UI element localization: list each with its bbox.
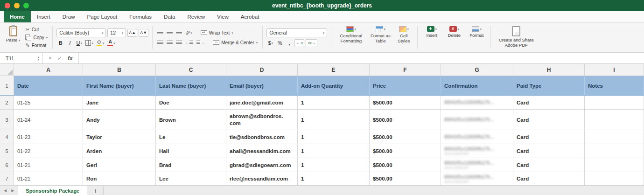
cell[interactable]: Le (156, 130, 226, 144)
header-cell-first-name[interactable]: First Name (buyer) (83, 76, 156, 95)
cell[interactable]: Card (513, 158, 585, 172)
cell[interactable]: ahall@nessandkim.com (226, 144, 298, 158)
underline-button[interactable]: U▾ (75, 39, 83, 47)
cell[interactable]: tle@sdbondbros.com (226, 130, 298, 144)
cell[interactable]: $500.00 (370, 158, 441, 172)
wrap-text-button[interactable]: ↩Wrap Text▾ (200, 29, 234, 36)
italic-button[interactable]: I (66, 39, 74, 47)
cell[interactable]: rlee@nessandkim.com (226, 172, 298, 185)
formula-input[interactable] (79, 53, 644, 63)
cell[interactable]: 1 (298, 130, 370, 144)
header-cell-paid-type[interactable]: Paid Type (513, 76, 585, 95)
cell[interactable]: Doe (156, 96, 226, 109)
cut-button[interactable]: ✂Cut (24, 26, 49, 33)
conditional-formatting-button[interactable]: ▾ Conditional Formatting (335, 25, 367, 50)
cell[interactable]: 89041ff1e12650ffb179…a9d31c6082b35f9 (441, 172, 513, 185)
currency-format-button[interactable]: $▾ (266, 39, 274, 47)
cell[interactable]: $500.00 (370, 172, 441, 185)
name-box[interactable]: T11 ▲▼ (0, 53, 43, 63)
align-top-button[interactable] (156, 29, 164, 37)
cell[interactable]: Brad (156, 158, 226, 172)
column-header-a[interactable]: A (14, 64, 83, 76)
row-header[interactable]: 6 (0, 158, 14, 172)
tab-home[interactable]: Home (4, 11, 31, 22)
header-cell-email[interactable]: Email (buyer) (226, 76, 298, 95)
cell-styles-button[interactable]: ▾ Cell Styles (394, 25, 413, 50)
row-header[interactable]: 7 (0, 172, 14, 185)
font-color-button[interactable]: A▾ (106, 39, 116, 47)
font-family-select[interactable]: Calibri (Body)▾ (56, 28, 106, 37)
cell[interactable]: 89041ff1e12650ffb179…a9d31c6082b35f9 (441, 158, 513, 172)
cell[interactable] (585, 172, 644, 185)
tab-insert[interactable]: Insert (31, 11, 56, 22)
align-left-button[interactable] (156, 39, 164, 47)
tab-data[interactable]: Data (158, 11, 181, 22)
cell[interactable]: Card (513, 96, 585, 109)
cell[interactable]: $500.00 (370, 96, 441, 109)
comma-format-button[interactable]: , (285, 39, 293, 47)
cell[interactable]: Lee (156, 172, 226, 185)
cell[interactable]: Card (513, 144, 585, 158)
cell[interactable]: Jane (83, 96, 156, 109)
cell[interactable]: 01-23 (14, 130, 83, 144)
number-format-select[interactable]: General▾ (266, 28, 327, 37)
insert-function-button[interactable]: fx (68, 55, 73, 62)
cell[interactable]: 89041ff1e12650ffb179…a9d31c6082b35f9 (441, 144, 513, 158)
percent-format-button[interactable]: % (276, 39, 284, 47)
format-painter-button[interactable]: ✎Format (24, 42, 49, 49)
cell[interactable]: 01-22 (14, 144, 83, 158)
cell[interactable]: 89041ff1e12650ffb179… (441, 96, 513, 109)
cell[interactable]: abrown@sdbondros.com (226, 110, 298, 130)
cell[interactable] (585, 96, 644, 109)
insert-cells-button[interactable]: ▾ Insert (421, 25, 442, 50)
increase-indent-button[interactable]: → (196, 39, 205, 47)
cell[interactable]: jane.doe@gmail.com (226, 96, 298, 109)
cell[interactable]: 01-24 (14, 110, 83, 130)
paste-button[interactable]: Paste ▾ (5, 25, 21, 50)
row-header[interactable]: 4 (0, 130, 14, 144)
header-cell-price[interactable]: Price (370, 76, 441, 95)
row-header[interactable]: 2 (0, 96, 14, 109)
orientation-button[interactable]: ab▾ (184, 29, 193, 37)
cell[interactable]: Card (513, 172, 585, 185)
column-header-h[interactable]: H (513, 64, 585, 76)
row-header[interactable]: 1 (0, 76, 14, 95)
cell[interactable]: gbrad@sdiegoearn.com (226, 158, 298, 172)
font-size-select[interactable]: 12▾ (107, 28, 126, 37)
cell[interactable]: 01-21 (14, 158, 83, 172)
header-cell-last-name[interactable]: Last Name (buyer) (156, 76, 226, 95)
header-cell-date[interactable]: Date (14, 76, 83, 95)
column-header-f[interactable]: F (370, 64, 441, 76)
cell[interactable]: $500.00 (370, 144, 441, 158)
header-cell-addon-quantity[interactable]: Add-on Quantity (298, 76, 370, 95)
row-header[interactable]: 3 (0, 110, 14, 130)
align-right-button[interactable] (175, 39, 183, 47)
header-cell-confirmation[interactable]: Confirmation (441, 76, 513, 95)
align-bottom-button[interactable] (175, 29, 183, 37)
cell[interactable]: Ron (83, 172, 156, 185)
name-box-stepper[interactable]: ▲▼ (37, 56, 40, 61)
cell[interactable]: 01-21 (14, 172, 83, 185)
tab-formulas[interactable]: Formulas (123, 11, 158, 22)
column-header-c[interactable]: C (156, 64, 226, 76)
sheet-nav-right-icon[interactable]: ▶ (11, 188, 14, 193)
cell[interactable] (585, 110, 644, 130)
grow-font-button[interactable]: A▲ (127, 29, 137, 37)
copy-button[interactable]: Copy▾ (24, 34, 49, 41)
create-share-pdf-button[interactable]: Create and Share Adobe PDF (495, 25, 538, 50)
align-center-button[interactable] (166, 39, 174, 47)
cell[interactable]: 1 (298, 110, 370, 130)
cell[interactable]: $500.00 (370, 130, 441, 144)
cell[interactable] (585, 144, 644, 158)
column-header-b[interactable]: B (83, 64, 156, 76)
cell[interactable]: 1 (298, 144, 370, 158)
merge-center-button[interactable]: ↔Merge & Center▾ (212, 39, 259, 46)
sheet-tab-sponsorship-package[interactable]: Sponsorship Package (18, 186, 87, 195)
zoom-window-button[interactable] (23, 3, 29, 8)
bold-button[interactable]: B (56, 39, 64, 47)
tab-view[interactable]: View (211, 11, 235, 22)
cell[interactable] (585, 158, 644, 172)
fill-color-button[interactable]: ▾ (96, 39, 105, 47)
minimize-window-button[interactable] (14, 3, 20, 8)
cell[interactable]: Arden (83, 144, 156, 158)
